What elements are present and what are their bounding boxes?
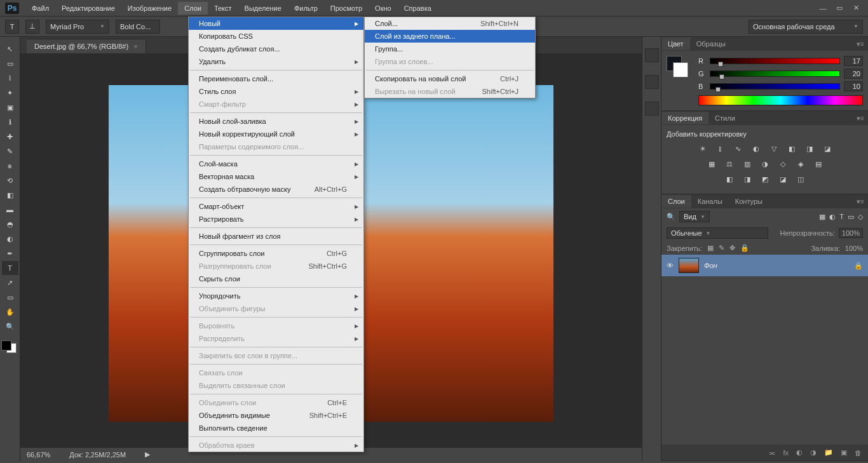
window-close-icon[interactable]: ✕ xyxy=(849,3,863,13)
lock-pixel-icon[interactable]: ✎ xyxy=(719,244,724,252)
wand-tool-icon[interactable]: ✦ xyxy=(2,86,18,100)
window-minimize-icon[interactable]: — xyxy=(816,3,830,13)
gradient-tool-icon[interactable]: ▬ xyxy=(2,203,18,217)
close-tab-icon[interactable]: × xyxy=(133,43,137,50)
tab-styles[interactable]: Стили xyxy=(709,112,742,124)
adj-levels-icon[interactable]: ⫿ xyxy=(715,143,726,154)
layer-filter-select[interactable]: Вид▼ xyxy=(679,211,710,222)
menu-item[interactable]: Упорядочить xyxy=(189,290,363,302)
menu-item[interactable]: Векторная маска xyxy=(189,170,363,183)
adj-select5-icon[interactable]: ◫ xyxy=(795,173,806,185)
path-select-icon[interactable]: ↗ xyxy=(2,276,18,290)
adj-layer-icon[interactable]: ◑ xyxy=(810,448,817,457)
slider-b[interactable] xyxy=(710,83,840,90)
dock-btn-para-icon[interactable] xyxy=(645,102,659,116)
adj-lookup-icon[interactable]: ▥ xyxy=(742,158,753,170)
eraser-tool-icon[interactable]: ◧ xyxy=(2,188,18,202)
link-layers-icon[interactable]: ⫘ xyxy=(768,449,775,457)
blur-tool-icon[interactable]: ◓ xyxy=(2,217,18,231)
new-layer-icon[interactable]: ▣ xyxy=(841,448,847,457)
dock-btn-char-icon[interactable] xyxy=(645,75,659,89)
shape-tool-icon[interactable]: ▭ xyxy=(2,290,18,304)
filter-text-icon[interactable]: T xyxy=(839,213,844,220)
menu-item[interactable]: Группа... xyxy=(365,43,535,55)
filter-shape-icon[interactable]: ▭ xyxy=(848,213,854,221)
mask-icon[interactable]: ◐ xyxy=(796,448,803,457)
filter-smart-icon[interactable]: ◇ xyxy=(858,213,863,221)
menu-item[interactable]: Новый слой-заливка xyxy=(189,115,363,128)
menu-text[interactable]: Текст xyxy=(208,2,238,15)
tab-swatches[interactable]: Образцы xyxy=(690,37,732,50)
history-brush-icon[interactable]: ⟲ xyxy=(2,173,18,187)
menu-item[interactable]: Стиль слоя xyxy=(189,85,363,98)
menu-item[interactable]: Удалить xyxy=(189,55,363,68)
opacity-field[interactable]: 100% xyxy=(839,228,863,238)
menu-item[interactable]: Объединить видимыеShift+Ctrl+E xyxy=(189,409,363,422)
move-tool-icon[interactable]: ↖ xyxy=(2,42,18,56)
adj-photo-filter-icon[interactable]: ▦ xyxy=(706,158,717,170)
adj-posterize-icon[interactable]: ◇ xyxy=(777,158,789,170)
status-arrow-icon[interactable]: ▶ xyxy=(145,450,150,459)
heal-tool-icon[interactable]: ✚ xyxy=(2,130,18,144)
orientation-icon[interactable]: ⊥ xyxy=(25,20,39,34)
value-g[interactable]: 20 xyxy=(844,69,863,79)
blend-mode-select[interactable]: Обычные▼ xyxy=(667,227,768,239)
menu-item[interactable]: Выполнить сведение xyxy=(189,422,363,434)
adj-select3-icon[interactable]: ◩ xyxy=(759,173,771,185)
value-b[interactable]: 10 xyxy=(844,81,863,91)
tab-layers[interactable]: Слои xyxy=(661,195,691,208)
tab-adjustments[interactable]: Коррекция xyxy=(661,112,709,124)
panel-menu-icon[interactable]: ▾≡ xyxy=(853,40,868,48)
adj-brightness-icon[interactable]: ☀ xyxy=(697,143,709,154)
menu-item[interactable]: Скопировать на новый слойCtrl+J xyxy=(365,72,535,85)
dock-btn-history-icon[interactable] xyxy=(645,48,659,62)
lock-pos-icon[interactable]: ✥ xyxy=(729,244,735,252)
marquee-tool-icon[interactable]: ▭ xyxy=(2,57,18,70)
foreground-color[interactable] xyxy=(1,340,11,351)
menu-item[interactable]: Копировать CSS xyxy=(189,30,363,43)
filter-pixel-icon[interactable]: ▦ xyxy=(819,213,825,221)
crop-tool-icon[interactable]: ▣ xyxy=(2,100,18,114)
workspace-select[interactable]: Основная рабочая среда▼ xyxy=(749,20,863,34)
adj-select4-icon[interactable]: ◪ xyxy=(777,173,789,185)
delete-layer-icon[interactable]: 🗑 xyxy=(855,449,862,457)
panel-menu-icon[interactable]: ▾≡ xyxy=(853,114,868,123)
brush-tool-icon[interactable]: ✎ xyxy=(2,144,18,158)
lock-all-icon[interactable]: 🔒 xyxy=(740,244,749,252)
lasso-tool-icon[interactable]: ⌇ xyxy=(2,71,18,85)
tab-channels[interactable]: Каналы xyxy=(691,195,729,208)
value-r[interactable]: 17 xyxy=(844,56,863,66)
menu-item[interactable]: Смарт-объект xyxy=(189,200,363,213)
menu-item[interactable]: Создать обтравочную маскуAlt+Ctrl+G xyxy=(189,183,363,196)
pen-tool-icon[interactable]: ✒ xyxy=(2,246,18,260)
font-style-select[interactable]: Bold Co... xyxy=(116,20,160,34)
menu-filter[interactable]: Фильтр xyxy=(288,2,324,15)
stamp-tool-icon[interactable]: ⎈ xyxy=(2,159,18,173)
eyedropper-tool-icon[interactable]: ℹ xyxy=(2,115,18,129)
tab-color[interactable]: Цвет xyxy=(661,37,690,50)
menu-item[interactable]: Новый корректирующий слой xyxy=(189,128,363,140)
menu-item[interactable]: Слой-маска xyxy=(189,158,363,170)
adj-threshold-icon[interactable]: ◈ xyxy=(795,158,806,170)
type-tool-icon[interactable]: T xyxy=(2,261,18,275)
adj-select-icon[interactable]: ◧ xyxy=(724,173,735,185)
adj-select2-icon[interactable]: ◨ xyxy=(742,173,753,185)
menu-item[interactable]: Создать дубликат слоя... xyxy=(189,43,363,55)
slider-g[interactable] xyxy=(710,70,840,77)
dodge-tool-icon[interactable]: ◐ xyxy=(2,232,18,246)
layer-thumbnail[interactable] xyxy=(679,258,699,273)
panel-menu-icon[interactable]: ▾≡ xyxy=(853,198,868,206)
layer-name[interactable]: Фон xyxy=(704,262,717,269)
menu-item[interactable]: Слой...Shift+Ctrl+N xyxy=(365,17,535,30)
menu-item[interactable]: Новый фрагмент из слоя xyxy=(189,230,363,243)
menu-item[interactable]: Переименовать слой... xyxy=(189,72,363,85)
group-icon[interactable]: 📁 xyxy=(824,448,833,457)
layer-row[interactable]: 👁 Фон 🔒 xyxy=(661,255,868,276)
menu-window[interactable]: Окно xyxy=(369,2,398,15)
tab-paths[interactable]: Контуры xyxy=(729,195,769,208)
menu-item[interactable]: Скрыть слои xyxy=(189,272,363,285)
font-family-select[interactable]: Myriad Pro▼ xyxy=(46,20,109,34)
bg-swatch[interactable] xyxy=(673,62,688,77)
menu-item[interactable]: Сгруппировать слоиCtrl+G xyxy=(189,247,363,260)
adj-bw-icon[interactable]: ◪ xyxy=(822,143,833,154)
